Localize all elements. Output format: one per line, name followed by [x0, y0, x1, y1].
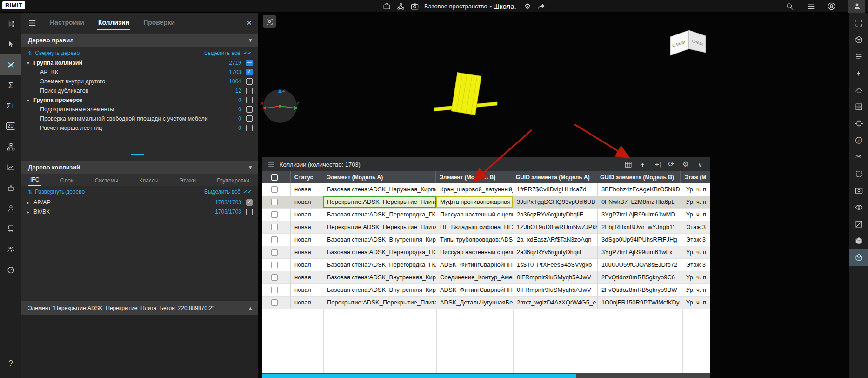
row-checkbox[interactable] — [271, 287, 278, 293]
project-tools-button[interactable] — [382, 1, 391, 11]
tool-parking[interactable]: P — [849, 132, 868, 148]
tool-viewport-frame[interactable] — [849, 14, 868, 31]
rule-checkbox[interactable] — [246, 115, 253, 122]
column-header[interactable]: Элемент (Модель А) — [323, 171, 436, 183]
refresh-icon[interactable]: ⟳ — [666, 161, 676, 168]
row-checkbox[interactable] — [271, 299, 278, 306]
tool-hidden-box[interactable] — [849, 165, 868, 182]
rule-checkbox[interactable] — [246, 78, 253, 85]
horizontal-scrollbar[interactable] — [262, 373, 710, 378]
rule-checkbox[interactable] — [246, 97, 253, 103]
row-checkbox[interactable] — [271, 249, 278, 256]
project-settings-icon[interactable]: ⚙ — [524, 3, 531, 10]
column-header[interactable]: Этаж (М — [681, 171, 710, 183]
row-checkbox[interactable] — [271, 236, 278, 243]
navigation-cube[interactable]: Сзади Слева — [666, 27, 710, 61]
column-header[interactable]: Статус — [291, 171, 323, 183]
tree-caret-icon[interactable]: ▾ — [27, 98, 33, 103]
table-menu-icon[interactable] — [267, 161, 275, 168]
row-checkbox[interactable] — [271, 199, 278, 205]
tool-section-plane[interactable] — [849, 81, 868, 98]
collision-row[interactable]: новаяБазовая стена:ADSK_Перегородка_ГКЛВ… — [262, 209, 710, 221]
workspace-selector[interactable]: Базовое пространство ▾ — [424, 1, 492, 11]
tool-locate[interactable] — [849, 115, 868, 132]
collision-group-row[interactable]: ▸ВК/ВК1703/1703 — [21, 207, 258, 216]
account-button[interactable] — [827, 1, 836, 11]
rule-row[interactable]: Проверка минимальной свободной площади с… — [21, 114, 258, 123]
table-columns-icon[interactable] — [623, 160, 633, 169]
tool-grid-window[interactable] — [849, 98, 868, 115]
collapse-tree-link[interactable]: Свернуть дерево — [35, 50, 80, 56]
row-checkbox[interactable] — [271, 262, 278, 268]
tool-sum[interactable]: Σ — [0, 75, 21, 95]
collisions-tree-header[interactable]: Дерево коллизий ▾ — [21, 161, 258, 174]
tab-Настройки[interactable]: Настройки — [49, 16, 85, 30]
viewport-3d[interactable]: Сзади Слева X Y Z Коллизии (количество: … — [258, 13, 849, 378]
rule-row[interactable]: ▾Группа проверок0 — [21, 95, 258, 105]
rule-row[interactable]: АР_ВК1703 — [21, 68, 258, 77]
row-checkbox[interactable] — [271, 274, 278, 281]
tree-tab-IFC[interactable]: IFC — [28, 175, 41, 186]
table-settings-icon[interactable]: ⚙ — [681, 161, 691, 168]
tab-Проверки[interactable]: Проверки — [142, 16, 176, 30]
tool-2d[interactable]: 2D — [0, 116, 21, 136]
selected-element-bar[interactable]: Элемент "Перекрытие:ADSK_Перекрытие_Плит… — [21, 301, 258, 315]
tool-hide-object[interactable] — [849, 216, 868, 232]
tool-quick-filter[interactable] — [849, 65, 868, 81]
tool-structure[interactable] — [0, 136, 21, 157]
help-button[interactable]: ? — [0, 353, 21, 373]
tool-gauge[interactable] — [0, 259, 21, 280]
close-panel-icon[interactable]: × — [247, 18, 252, 28]
panel-resize-handle[interactable] — [131, 154, 144, 155]
rule-row[interactable]: Элемент внутри другого1004 — [21, 77, 258, 86]
rule-checkbox[interactable] — [246, 88, 253, 94]
rule-checkbox[interactable] — [246, 60, 253, 66]
scrollbar-thumb[interactable] — [262, 374, 576, 378]
group-checkbox[interactable] — [246, 209, 253, 215]
collision-row[interactable]: новаяПерекрытие:ADSK_Перекрытие_Плита_Бе… — [262, 221, 710, 234]
tool-sum-add[interactable]: Σ+ — [0, 95, 21, 116]
column-header[interactable]: GUID элемента (Модель А) — [512, 171, 596, 183]
rule-row[interactable]: Подозрительные элементы0 — [21, 105, 258, 114]
tool-visibility[interactable] — [849, 199, 868, 216]
rule-row[interactable]: ▾Группа коллизий2719 — [21, 58, 258, 68]
collision-group-row[interactable]: ▸АР/АР1703/1703 — [21, 198, 258, 207]
select-all-link[interactable]: Выделить всё — [204, 50, 240, 56]
tool-plugins[interactable] — [0, 177, 21, 198]
tool-model-tree[interactable] — [0, 14, 21, 34]
collision-row[interactable]: новаяБазовая стена:ADSK_Перегородка_ГКЛВ… — [262, 259, 710, 271]
collision-row[interactable]: новаяБазовая стена:ADSK_Наружная_Кирпичн… — [262, 183, 710, 196]
tree-caret-icon[interactable]: ▸ — [27, 200, 33, 205]
tree-tab-Группировки[interactable]: Группировки — [214, 176, 252, 186]
tool-collisions[interactable] — [0, 54, 21, 75]
tree-caret-icon[interactable]: ▾ — [27, 61, 33, 66]
tool-visibility-box[interactable] — [849, 182, 868, 199]
tree-tab-Классы[interactable]: Классы — [137, 176, 160, 186]
menu-list-button[interactable] — [807, 1, 815, 11]
tool-cube-active[interactable] — [849, 249, 868, 266]
user-button[interactable] — [848, 0, 865, 13]
collaboration-button[interactable] — [396, 1, 405, 11]
fit-columns-icon[interactable] — [652, 160, 662, 169]
tree-tab-Системы[interactable]: Системы — [93, 176, 120, 186]
row-checkbox[interactable] — [271, 186, 278, 193]
collision-row[interactable]: новаяБазовая стена:ADSK_Перегородка_ГКЛВ… — [262, 246, 710, 259]
collision-row[interactable]: новаяБазовая стена:ADSK_Внутренняя_Кирпи… — [262, 284, 710, 297]
rule-checkbox[interactable] — [246, 69, 253, 75]
tool-select[interactable] — [0, 34, 21, 54]
share-icon[interactable] — [537, 2, 546, 11]
row-checkbox[interactable] — [271, 224, 278, 230]
rules-tree-header[interactable]: Дерево правил ▾ — [21, 34, 258, 47]
tool-object-box[interactable] — [0, 218, 21, 239]
tool-person-filter[interactable] — [0, 198, 21, 218]
collapse-table-icon[interactable]: ∨ — [695, 162, 705, 168]
collision-row[interactable]: новаяБазовая стена:ADSK_Внутренняя_Кирпи… — [262, 234, 710, 246]
select-all-checkbox[interactable] — [271, 174, 278, 181]
rule-row[interactable]: Расчет марша лестниц0 — [21, 123, 258, 133]
expand-tree-link[interactable]: Развернуть дерево — [35, 189, 85, 195]
tool-people-location[interactable] — [0, 239, 21, 259]
tree-caret-icon[interactable]: ▸ — [27, 209, 33, 215]
tree-tab-Слои[interactable]: Слои — [58, 176, 76, 186]
selected-3d-element[interactable] — [433, 69, 498, 123]
camera-button[interactable] — [410, 1, 419, 11]
